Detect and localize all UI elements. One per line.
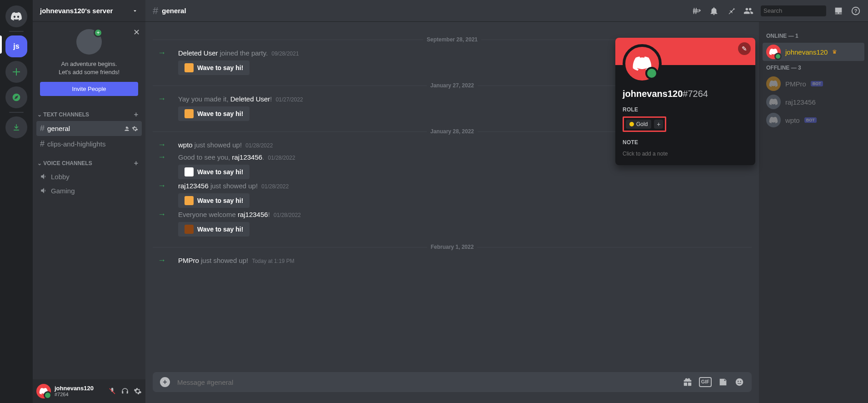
channel-topbar: # general ? <box>145 0 868 22</box>
search-input[interactable] <box>763 7 840 14</box>
gif-button[interactable]: GIF <box>699 377 712 387</box>
profile-avatar[interactable] <box>623 44 662 83</box>
chevron-down-icon <box>132 8 138 14</box>
wave-button[interactable]: Wave to say hi! <box>178 222 249 237</box>
plus-badge-icon: + <box>94 28 103 37</box>
system-message: → PMPro just showed up! Today at 1:19 PM <box>153 254 752 266</box>
rail-separator <box>9 112 24 113</box>
wave-emoji-icon <box>185 109 194 118</box>
wave-emoji-icon <box>185 225 194 234</box>
edit-profile-button[interactable]: ✎ <box>738 42 751 55</box>
server-rail: js <box>0 0 33 403</box>
join-arrow-icon: → <box>153 152 171 162</box>
speaker-icon <box>40 172 48 181</box>
speaker-icon <box>40 186 48 195</box>
member-avatar <box>766 76 781 91</box>
voice-channels-header[interactable]: ⌄ Voice Channels + <box>36 159 142 169</box>
home-button[interactable] <box>5 5 27 27</box>
wave-button[interactable]: Wave to say hi! <box>178 106 249 121</box>
create-invite-icon[interactable] <box>124 126 130 132</box>
wave-emoji-icon <box>185 167 194 176</box>
gear-icon[interactable] <box>132 126 138 132</box>
attach-button[interactable]: + <box>160 377 170 387</box>
text-channels-header[interactable]: ⌄ Text Channels + <box>36 111 142 121</box>
username-link[interactable]: Deleted User <box>178 49 218 57</box>
channel-general[interactable]: # general <box>36 121 142 136</box>
add-server-button[interactable] <box>5 61 27 83</box>
discord-icon <box>39 388 48 395</box>
server-icon-active[interactable]: js <box>5 35 27 57</box>
download-apps-button[interactable] <box>5 116 27 138</box>
join-arrow-icon: → <box>153 48 171 58</box>
download-icon <box>12 123 21 132</box>
member-list: Online — 1 johnevans120 ♛ Offline — 3 PM… <box>759 22 868 403</box>
crown-icon: ♛ <box>832 49 837 55</box>
username-link[interactable]: raj123456 <box>232 153 262 161</box>
join-arrow-icon: → <box>153 140 171 150</box>
deafen-button[interactable] <box>121 387 129 395</box>
pinned-messages-button[interactable] <box>726 6 736 16</box>
user-avatar[interactable] <box>36 384 51 398</box>
add-voice-channel-button[interactable]: + <box>134 159 138 167</box>
member-item[interactable]: wpto BOT <box>763 111 864 129</box>
join-arrow-icon: → <box>153 256 171 265</box>
member-list-button[interactable] <box>743 6 753 16</box>
role-color-dot <box>629 122 634 126</box>
channel-sidebar: johnevans120's server ✕ + An adventure b… <box>33 0 145 403</box>
sticker-button[interactable] <box>718 377 728 387</box>
mute-button[interactable] <box>108 387 116 395</box>
wave-emoji-icon <box>185 196 194 205</box>
emoji-button[interactable] <box>734 377 744 387</box>
close-invite-card[interactable]: ✕ <box>133 27 140 37</box>
user-panel: johnevans120 #7264 <box>33 379 145 403</box>
wave-button[interactable]: Wave to say hi! <box>178 165 249 179</box>
offline-header: Offline — 3 <box>763 61 864 75</box>
inbox-button[interactable] <box>833 6 843 16</box>
svg-point-3 <box>738 381 738 382</box>
add-role-button[interactable]: + <box>654 120 663 129</box>
username-link[interactable]: raj123456 <box>178 182 209 190</box>
username-link[interactable]: raj123456 <box>238 211 268 218</box>
role-row-highlight: Gold + <box>623 116 666 132</box>
explore-servers-button[interactable] <box>5 86 27 108</box>
user-settings-button[interactable] <box>134 387 142 395</box>
role-section-label: ROLE <box>623 106 748 113</box>
channel-clips[interactable]: # clips-and-highlights <box>36 136 142 151</box>
username-link[interactable]: wpto <box>178 141 193 149</box>
message-composer[interactable]: + GIF <box>153 372 752 392</box>
hash-icon: # <box>153 5 158 17</box>
member-avatar <box>766 113 781 127</box>
voice-channel-lobby[interactable]: Lobby <box>36 170 142 183</box>
voice-channel-gaming[interactable]: Gaming <box>36 184 142 197</box>
member-item[interactable]: PMPro BOT <box>763 75 864 93</box>
notifications-button[interactable] <box>709 6 719 16</box>
member-item[interactable]: raj123456 <box>763 93 864 111</box>
role-chip[interactable]: Gold <box>626 120 651 129</box>
gift-button[interactable] <box>683 377 693 387</box>
add-text-channel-button[interactable]: + <box>134 111 138 119</box>
hash-icon: # <box>40 124 45 133</box>
username-link[interactable]: Deleted User <box>230 95 270 103</box>
join-arrow-icon: → <box>153 181 171 191</box>
server-header[interactable]: johnevans120's server <box>33 0 145 22</box>
search-box[interactable] <box>761 5 826 16</box>
invite-people-button[interactable]: Invite People <box>40 82 138 96</box>
svg-text:?: ? <box>854 8 858 13</box>
threads-button[interactable] <box>692 6 702 16</box>
user-info[interactable]: johnevans120 #7264 <box>55 385 108 397</box>
discord-icon <box>10 12 22 21</box>
note-input[interactable] <box>623 150 748 158</box>
system-message: → Everyone welcome raj123456! 01/28/2022 <box>153 208 752 220</box>
help-button[interactable]: ? <box>851 6 861 16</box>
wave-emoji-icon <box>185 63 194 72</box>
wave-button[interactable]: Wave to say hi! <box>178 193 249 208</box>
main-area: # general ? September 28, 2021 → Deleted… <box>145 0 868 403</box>
username-link[interactable]: PMPro <box>178 257 199 264</box>
hash-icon: # <box>40 139 45 149</box>
svg-point-2 <box>736 378 743 386</box>
wave-button[interactable]: Wave to say hi! <box>178 60 249 75</box>
member-item[interactable]: johnevans120 ♛ <box>763 43 864 61</box>
join-arrow-icon: → <box>153 210 171 219</box>
message-input[interactable] <box>177 378 675 386</box>
system-message: → raj123456 just showed up! 01/28/2022 <box>153 179 752 191</box>
